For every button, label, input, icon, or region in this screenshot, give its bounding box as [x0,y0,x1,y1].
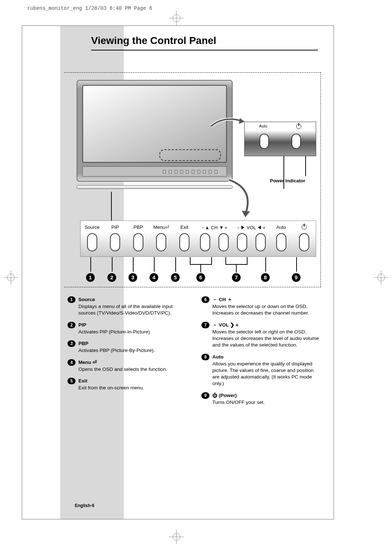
ch-up-button[interactable] [219,233,229,251]
label-pip: PIP [104,224,127,231]
crop-mark-right [374,270,388,285]
power-button[interactable] [299,233,309,251]
desc-item: 4Menu ⏎Opens the OSD and selects the fun… [68,359,187,373]
control-strip: Source PIP PBP Menu⏎ Exit －▲ CH ▼＋ －▶ VO… [80,220,316,257]
callout-num-2: 2 [107,273,116,282]
ch-down-button[interactable] [200,233,210,251]
crop-mark-bottom [169,530,184,544]
label-source: Source [81,224,104,231]
enter-icon: ⏎ [165,224,169,230]
zoom-arrow-icon [209,117,245,128]
mini-buttons-row [163,170,217,174]
print-job-header: rubens_monitor_eng 1/28/03 8:40 PM Page … [27,5,152,11]
pbp-button[interactable] [133,233,143,251]
vol-down-button[interactable] [237,233,247,251]
power-indicator-label: Power Indicator [270,178,305,183]
menu-button[interactable] [156,233,166,251]
label-ch: －▲ CH ▼＋ [196,224,233,231]
callout-num-5: 5 [171,273,180,282]
title-rule [91,50,318,50]
callout-num-8: 8 [261,273,270,282]
power-icon [302,224,307,230]
zoom-arrow-down-icon [225,178,262,218]
callout-num-1: 1 [86,273,95,282]
source-button[interactable] [87,233,97,251]
desc-item: 6－ CH ＋Moves the selector up or down on … [201,296,321,317]
label-vol: －▶ VOL ◀＋ [233,224,270,231]
crop-mark-top [169,11,184,25]
callout-line-5 [175,257,176,272]
power-icon [296,124,301,129]
label-auto: Auto [270,224,293,231]
zoom-auto-label: Auto [259,124,268,129]
page-frame: Viewing the Control Panel Remote Control… [22,25,334,519]
label-power [293,224,316,231]
descriptions: 1SourceDisplays a menu of all of the ava… [68,296,321,411]
zoom-inset: Auto [244,122,316,156]
desc-item: 3PBPActivates PBP (Picture-By-Picture). [68,340,187,354]
callout-line-8 [265,257,266,272]
callout-line-3 [133,257,134,272]
label-exit: Exit [173,224,196,231]
desc-col-left: 1SourceDisplays a menu of all of the ava… [68,296,187,411]
zoom-callout-line-2 [305,156,306,176]
label-pbp: PBP [127,224,150,231]
desc-item: 7－ VOL ❯＋Moves the selector left or righ… [201,322,321,349]
vol-up-button[interactable] [256,233,266,251]
callout-num-4: 4 [150,273,158,282]
crop-mark-left [4,270,18,285]
callout-bracket-7 [223,257,250,274]
page-number: English-6 [75,503,94,508]
desc-item: 9⏻ (Power)Turns ON/OFF your set. [201,392,321,406]
desc-col-right: 6－ CH ＋Moves the selector up or down on … [201,296,321,411]
callout-num-7: 7 [232,273,241,282]
exit-button[interactable] [179,233,189,251]
zoom-auto-button[interactable] [260,134,269,149]
label-menu: Menu⏎ [150,224,173,231]
callout-num-3: 3 [128,273,137,282]
desc-item: 8AutoAllows you experience the quality o… [201,354,321,387]
pip-button[interactable] [110,233,120,251]
zoom-power-button[interactable] [291,134,301,149]
callout-num-6: 6 [196,273,205,282]
callout-line-9 [296,257,297,272]
monitor-stand [77,182,233,196]
auto-button[interactable] [276,233,286,251]
callout-line-1 [90,257,91,272]
zoom-callout-line-1 [283,156,284,189]
diagram-box: Remote Control Sensor Auto Power Indicat… [64,72,321,287]
monitor-illustration [77,80,233,196]
callout-line-2 [112,257,113,272]
callout-num-9: 9 [292,273,301,282]
desc-item: 5ExitExit from the on-screen menu. [68,378,187,391]
desc-item: 1SourceDisplays a menu of all of the ava… [68,296,187,317]
page-title: Viewing the Control Panel [91,35,216,46]
zoom-source-outline [159,149,221,161]
desc-item: 2PIPActivates PIP (Picture-In-Picture) [68,322,187,335]
callout-bracket-6 [187,257,215,274]
callout-line-4 [154,257,155,272]
